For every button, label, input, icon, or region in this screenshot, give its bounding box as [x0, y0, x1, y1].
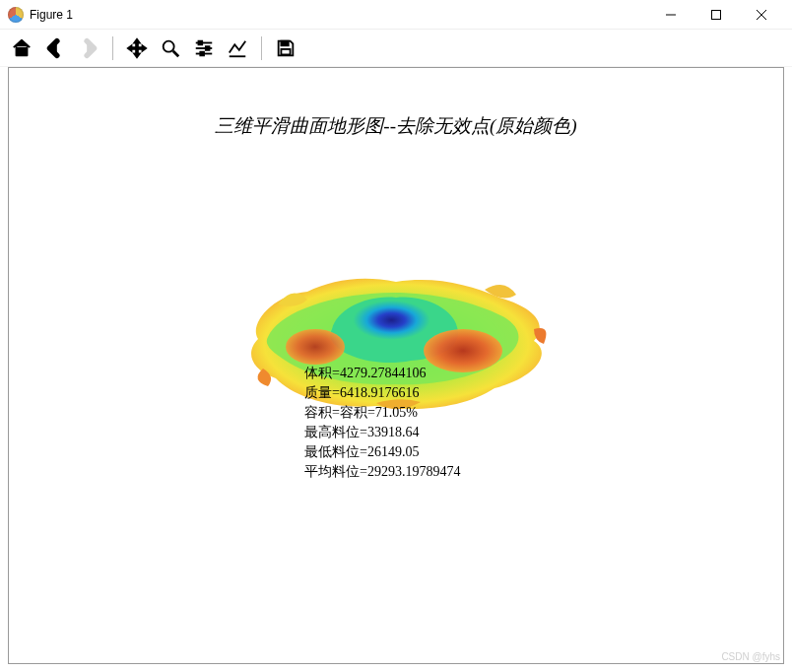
toolbar: [0, 30, 792, 67]
window-controls: [648, 0, 784, 30]
close-button[interactable]: [739, 0, 784, 30]
stat-capacity: 容积=容积=71.05%: [304, 403, 460, 423]
toolbar-separator-2: [261, 36, 262, 60]
watermark: CSDN @fyhs: [721, 651, 780, 662]
stat-mass: 质量=6418.9176616: [304, 383, 460, 403]
edit-axes-button[interactable]: [222, 33, 253, 64]
svg-rect-1: [712, 10, 721, 19]
minimize-button[interactable]: [648, 0, 693, 30]
plot-canvas[interactable]: 三维平滑曲面地形图--去除无效点(原始颜色): [8, 67, 784, 664]
svg-point-4: [164, 40, 174, 51]
zoom-button[interactable]: [155, 33, 186, 64]
svg-line-5: [173, 50, 179, 56]
chart-title: 三维平滑曲面地形图--去除无效点(原始颜色): [9, 113, 783, 139]
window-title: Figure 1: [30, 8, 73, 22]
stats-block: 体积=4279.27844106 质量=6418.9176616 容积=容积=7…: [304, 364, 460, 482]
configure-subplots-button[interactable]: [188, 33, 220, 64]
svg-rect-13: [281, 48, 290, 53]
svg-point-15: [286, 329, 345, 365]
stat-volume: 体积=4279.27844106: [304, 364, 460, 383]
titlebar: Figure 1: [0, 0, 792, 30]
app-icon: [8, 7, 24, 23]
stat-max-level: 最高料位=33918.64: [304, 423, 460, 442]
stat-min-level: 最低料位=26149.05: [304, 442, 460, 462]
stat-avg-level: 平均料位=29293.19789474: [304, 462, 460, 482]
back-button[interactable]: [39, 33, 71, 64]
svg-rect-7: [199, 40, 203, 44]
svg-rect-12: [281, 40, 288, 45]
maximize-button[interactable]: [693, 0, 739, 30]
home-button[interactable]: [6, 33, 37, 64]
toolbar-separator: [112, 36, 113, 60]
svg-rect-11: [200, 51, 204, 55]
forward-button[interactable]: [73, 33, 104, 64]
svg-rect-9: [206, 46, 210, 50]
save-button[interactable]: [270, 33, 301, 64]
pan-button[interactable]: [121, 33, 153, 64]
